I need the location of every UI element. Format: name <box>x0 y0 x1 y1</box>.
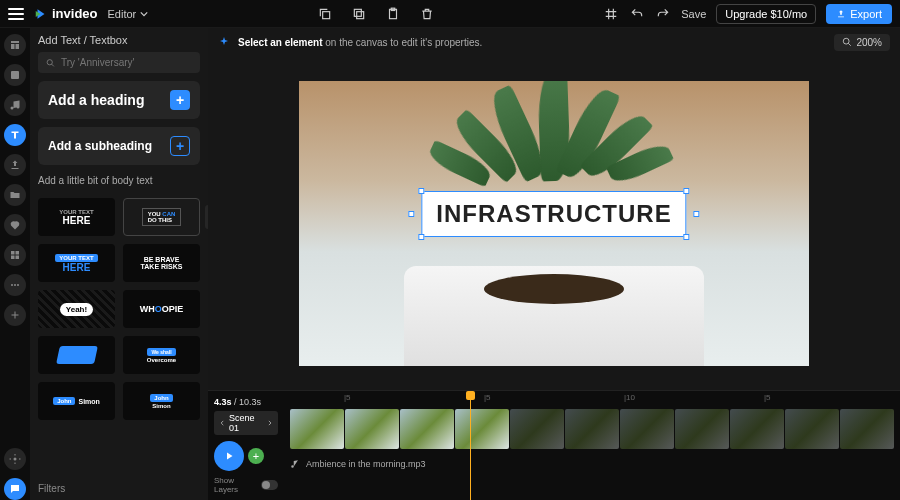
rail-more-icon[interactable] <box>4 304 26 326</box>
rail-settings-icon[interactable] <box>4 448 26 470</box>
audio-track[interactable]: Ambience in the morning.mp3 <box>290 455 894 473</box>
export-button[interactable]: Export <box>826 4 892 24</box>
timeline-clip[interactable] <box>290 409 344 449</box>
delete-icon[interactable] <box>419 6 435 22</box>
timeline-clip[interactable] <box>840 409 894 449</box>
text-template[interactable]: John Simon <box>123 382 200 420</box>
canvas-bg-plant <box>424 81 684 281</box>
resize-handle-bl[interactable] <box>418 234 424 240</box>
zoom-value: 200% <box>856 37 882 48</box>
duplicate-icon[interactable] <box>351 6 367 22</box>
plus-outline-icon: + <box>170 136 190 156</box>
info-prompt: Select an element on the canvas to edit … <box>238 37 482 48</box>
playhead[interactable] <box>470 391 471 500</box>
rail-upload-icon[interactable] <box>4 154 26 176</box>
rail-sticker-icon[interactable] <box>4 214 26 236</box>
resize-handle-ml[interactable] <box>408 211 414 217</box>
chevron-right-icon <box>266 419 273 427</box>
timeline-clip[interactable] <box>565 409 619 449</box>
svg-point-12 <box>17 284 19 286</box>
add-heading-button[interactable]: Add a heading + <box>38 81 200 119</box>
timeline-controls: 4.3s / 10.3s Scene 01 + Show Layers <box>208 391 284 500</box>
timeline-clip[interactable] <box>620 409 674 449</box>
timeline-main[interactable]: |5 |5 |10 |5 <box>284 391 900 500</box>
rail-shapes-icon[interactable] <box>4 244 26 266</box>
add-scene-button[interactable]: + <box>248 448 264 464</box>
text-sidebar: Add Text / Textbox Add a heading + Add a… <box>30 28 208 500</box>
timeline-clip[interactable] <box>510 409 564 449</box>
search-icon <box>46 58 55 68</box>
undo-icon[interactable] <box>629 6 645 22</box>
rail-music-icon[interactable] <box>4 94 26 116</box>
paste-icon[interactable] <box>385 6 401 22</box>
hamburger-menu-icon[interactable] <box>8 8 24 20</box>
add-body-text-button[interactable]: Add a little bit of body text <box>38 175 200 186</box>
video-track[interactable] <box>284 407 900 451</box>
grid-icon[interactable] <box>603 6 619 22</box>
timeline: 4.3s / 10.3s Scene 01 + Show Layers <box>208 390 900 500</box>
upgrade-button[interactable]: Upgrade $10/mo <box>716 4 816 24</box>
video-canvas[interactable]: INFRASTRUCTURE <box>299 81 809 366</box>
selected-text-element[interactable]: INFRASTRUCTURE <box>421 191 686 237</box>
search-input[interactable] <box>61 57 192 68</box>
export-label: Export <box>850 8 882 20</box>
copy-icon[interactable] <box>317 6 333 22</box>
audio-filename: Ambience in the morning.mp3 <box>306 459 426 469</box>
resize-handle-br[interactable] <box>684 234 690 240</box>
text-template[interactable]: John Simon <box>38 382 115 420</box>
timeline-ruler[interactable]: |5 |5 |10 |5 <box>284 391 900 407</box>
text-template[interactable]: YOUR TEXT HERE <box>38 198 115 236</box>
timeline-clip[interactable] <box>400 409 454 449</box>
resize-handle-tl[interactable] <box>418 188 424 194</box>
chevron-left-icon <box>219 419 226 427</box>
svg-point-10 <box>11 284 13 286</box>
rail-media-icon[interactable] <box>4 64 26 86</box>
text-element-content: INFRASTRUCTURE <box>436 200 671 228</box>
svg-point-11 <box>14 284 16 286</box>
search-input-wrap[interactable] <box>38 52 200 73</box>
show-layers-toggle[interactable]: Show Layers <box>214 476 278 494</box>
rail-text-icon[interactable] <box>4 124 26 146</box>
svg-point-15 <box>844 38 850 44</box>
text-template[interactable] <box>38 336 115 374</box>
svg-rect-1 <box>354 9 361 16</box>
header-center-tools <box>158 6 593 22</box>
text-template[interactable]: Yeah! <box>38 290 115 328</box>
zoom-icon <box>842 37 852 47</box>
canvas-area[interactable]: INFRASTRUCTURE <box>208 56 900 390</box>
add-subheading-label: Add a subheading <box>48 139 152 153</box>
add-subheading-button[interactable]: Add a subheading + <box>38 127 200 165</box>
save-button[interactable]: Save <box>681 8 706 20</box>
text-template[interactable]: YOU CANDO THIS <box>123 198 200 236</box>
rail-templates-icon[interactable] <box>4 34 26 56</box>
brand-text: invideo <box>52 6 98 21</box>
timeline-clip[interactable] <box>785 409 839 449</box>
text-template[interactable]: YOUR TEXT HERE <box>38 244 115 282</box>
timeline-clip[interactable] <box>455 409 509 449</box>
rail-effects-icon[interactable] <box>4 274 26 296</box>
add-heading-label: Add a heading <box>48 92 144 108</box>
sparkle-icon <box>218 36 230 48</box>
svg-rect-5 <box>11 71 19 79</box>
play-button[interactable] <box>214 441 244 471</box>
resize-handle-tr[interactable] <box>684 188 690 194</box>
zoom-control[interactable]: 200% <box>834 34 890 51</box>
resize-handle-mr[interactable] <box>694 211 700 217</box>
plus-icon: + <box>170 90 190 110</box>
timeline-clip[interactable] <box>345 409 399 449</box>
toggle-icon <box>261 480 278 490</box>
header-left: invideo Editor <box>8 6 148 21</box>
svg-rect-0 <box>322 11 329 18</box>
timeline-clip[interactable] <box>675 409 729 449</box>
redo-icon[interactable] <box>655 6 671 22</box>
text-template[interactable]: BE BRAVE TAKE RISKS <box>123 244 200 282</box>
filters-label[interactable]: Filters <box>38 477 200 494</box>
rail-folder-icon[interactable] <box>4 184 26 206</box>
text-template[interactable]: WHOOPIE <box>123 290 200 328</box>
timeline-clip[interactable] <box>730 409 784 449</box>
header-right: Save Upgrade $10/mo Export <box>603 4 892 24</box>
text-template[interactable]: We shall Overcome <box>123 336 200 374</box>
editor-dropdown[interactable]: Editor <box>108 8 149 20</box>
scene-dropdown[interactable]: Scene 01 <box>214 411 278 435</box>
rail-help-icon[interactable] <box>4 478 26 500</box>
